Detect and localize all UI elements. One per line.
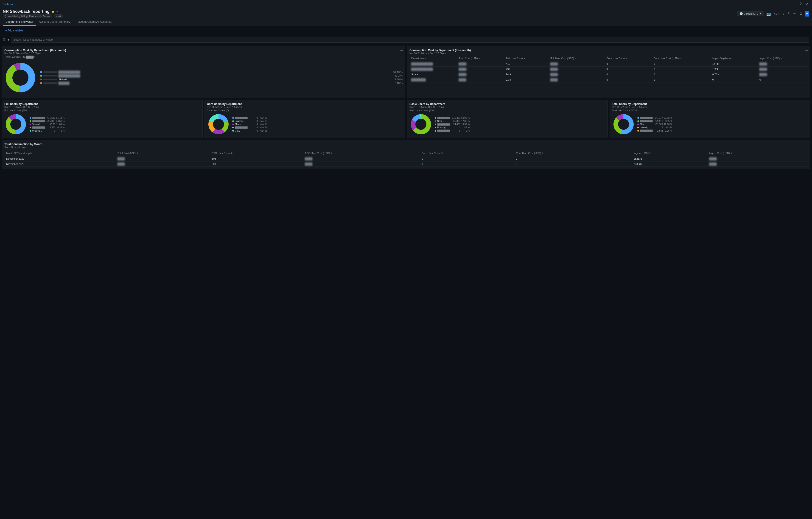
legend-name: ...at...	[235, 130, 248, 132]
search-input[interactable]	[11, 37, 809, 43]
table-column-header[interactable]: Core User Count⇅	[605, 56, 651, 61]
table-column-header[interactable]: Core User Cost (USD)⇅	[652, 56, 710, 61]
add-variable-button[interactable]: + Add variable	[3, 28, 25, 33]
legend-value: 0	[249, 130, 258, 132]
legend-dot	[40, 79, 42, 80]
legend-pct: 0 %	[56, 130, 64, 132]
legend-item: ████████00 %	[435, 130, 470, 132]
table-cell: ████	[707, 156, 808, 161]
legend-item: Shar...131.58312.96 %	[637, 123, 672, 126]
titlebar: NR Showback reporting ★ ▾ (consolidating…	[0, 8, 812, 18]
table-body: December 2022████808████00282636████Nove…	[4, 156, 808, 167]
edit-button[interactable]: ✏	[792, 11, 797, 16]
panel-total-users: ··· Total Users by Department Dec 11, 5:…	[610, 100, 810, 138]
top-grid: ··· Consumption Cost By Department (this…	[0, 44, 812, 100]
table-column-header[interactable]: Ingest Cost (USD)⇅	[707, 151, 808, 156]
panel-menu-button[interactable]: ···	[197, 102, 200, 106]
totals-section: ··· Total Consumption by Month Since 12 …	[0, 140, 812, 171]
table-column-header[interactable]: Total Cost (USD)⇅	[457, 56, 504, 61]
panel-menu-button[interactable]: ···	[805, 102, 808, 106]
legend-name: Unassig...	[32, 130, 45, 132]
tab-account-users-summary[interactable]: Account Users (Summary)	[36, 18, 74, 26]
legend-item: Unassig...30.3 %	[637, 126, 672, 129]
legend-name: Shared	[32, 123, 45, 126]
table-cell: 0	[605, 66, 651, 72]
panel-menu-button[interactable]: ···	[805, 48, 808, 52]
small-legend: ████████411.58351.13 %████████295.08336.…	[30, 117, 64, 132]
legend-dot	[40, 75, 42, 77]
legend-dot	[637, 130, 639, 132]
topbar-left: Dashboards	[3, 3, 16, 5]
table-column-header[interactable]: Department⇅	[409, 56, 457, 61]
panel-menu-button[interactable]: ···	[400, 48, 403, 52]
panel-title: Full Users by Department	[4, 103, 200, 106]
table-cell: ████	[116, 161, 210, 167]
table-column-header[interactable]: FSO User Count⇅	[210, 151, 303, 156]
table-cell: ████████████	[409, 61, 457, 66]
legend-dot	[435, 130, 436, 132]
table-column-header[interactable]: Core User Count⇅	[420, 151, 514, 156]
table-header-row: Month Of Timestamp⇅Total Cost (USD)⇅FSO …	[4, 151, 808, 156]
table-cell: 0	[420, 156, 514, 161]
time-button[interactable]: 🕐 Default (UTC) ▾	[737, 11, 764, 16]
table-column-header[interactable]: Full User Cost (USD)⇅	[549, 56, 605, 61]
filterbar: ☰ ▾	[0, 35, 812, 44]
panel-menu-button[interactable]: ···	[807, 2, 810, 6]
small-legend: ████████136.33364.92 %Shar...35.83317.06…	[435, 117, 470, 132]
table-column-header[interactable]: Ingest Gigabytes⇅	[710, 56, 758, 61]
settings-button[interactable]: ⚙	[799, 11, 804, 16]
table-column-header[interactable]: Ingested GB⇅	[632, 151, 707, 156]
filter-icon: ☰	[3, 38, 6, 42]
legend-item: ████████2.5830.25 %	[637, 130, 672, 132]
legend-pct: 36.66 %	[56, 120, 65, 122]
tags-chip[interactable]: 🏷 8	[54, 15, 63, 18]
table-cell: 0	[605, 61, 651, 66]
legend-name: ████████	[437, 130, 450, 132]
add-button[interactable]: +	[805, 11, 809, 17]
legend-value: 2.583	[46, 126, 55, 129]
title-dropdown-icon[interactable]: ▾	[56, 10, 58, 13]
legend-value: 411.583	[46, 117, 55, 119]
legend-item: ...at...0NaN %	[232, 130, 267, 132]
legend-name: ████████████	[59, 71, 392, 74]
panel-cost-by-dept-donut: ··· Consumption Cost By Department (this…	[2, 46, 405, 98]
table-cell: 0	[605, 77, 651, 82]
star-icon[interactable]: ★	[51, 9, 55, 14]
table-column-header[interactable]: FSO User Cost (USD)⇅	[303, 151, 420, 156]
legend-item: ████████411.58351.13 %	[30, 117, 64, 119]
table-column-header[interactable]: Full User Count⇅	[504, 56, 549, 61]
counts-label: Core User Counts (0)	[207, 109, 403, 112]
panel-title: Consumption Cost by Department (this mon…	[409, 49, 808, 52]
page-title: NR Showback reporting	[3, 9, 50, 14]
tv-button[interactable]: 📺	[765, 11, 772, 16]
counts-label: Full User Counts (805)	[4, 109, 200, 112]
table-column-header[interactable]: Total Cost (USD)⇅	[116, 151, 210, 156]
panel-menu-button[interactable]: ···	[400, 102, 403, 106]
panel-subtitle: Dec 11, 5:25pm – Dec 12, 5:25pm	[4, 106, 200, 108]
tab-department-showback[interactable]: Department Showback	[3, 18, 36, 26]
legend-name: ████████	[640, 130, 653, 132]
table-row: Shared████k94.9████k006.78 k████k	[409, 72, 808, 77]
legend-dot	[232, 117, 234, 119]
legend-item: Shared95.7511.89 %	[30, 123, 64, 126]
legend-dot	[232, 124, 234, 125]
dashboards-link[interactable]: Dashboards	[3, 3, 16, 5]
account-chip[interactable]: (consolidating billing) Partnership Owne…	[3, 15, 52, 18]
legend-name: ████████████	[59, 74, 392, 77]
panel-menu-button[interactable]: ···	[603, 102, 605, 106]
legend-value: 3	[451, 126, 460, 129]
table-column-header[interactable]: Core User Cost (USD)⇅	[514, 151, 632, 156]
table-column-header[interactable]: Ingest Cost (USD)⇅	[758, 56, 808, 61]
legend-item: ████████329.91732.5 %	[637, 120, 672, 122]
help-button[interactable]: ?	[799, 2, 803, 7]
legend-pct: 0.25 %	[664, 130, 672, 132]
panel-header: Consumption Cost by Department (this mon…	[409, 49, 808, 55]
tab-account-users-all[interactable]: Account Users (All Accounts)	[74, 18, 115, 26]
share-button[interactable]: ⎘	[787, 11, 791, 16]
code-button[interactable]: </>	[773, 11, 780, 16]
filter-dropdown-icon[interactable]: ▾	[7, 38, 9, 42]
chart-area: ████████0NaN %Unassig...0NaN %Shared0NaN…	[207, 113, 403, 136]
legend-item: ████████547.91753.98 %	[637, 117, 672, 119]
download-button[interactable]: ↓	[782, 11, 785, 16]
table-column-header[interactable]: Month Of Timestamp⇅	[4, 151, 116, 156]
